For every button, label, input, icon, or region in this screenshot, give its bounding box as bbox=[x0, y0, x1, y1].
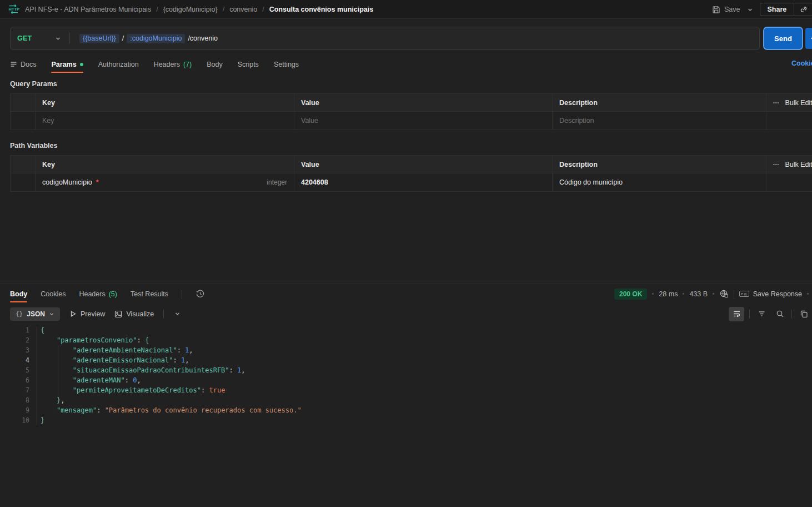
row-actions-cell bbox=[766, 112, 812, 130]
http-request-icon: HTTP bbox=[8, 3, 19, 15]
key-cell[interactable]: codigoMunicipio * integer bbox=[35, 173, 294, 191]
response-body-toolbar: {} JSON Preview Visualize bbox=[10, 306, 181, 321]
row-actions-cell bbox=[766, 173, 812, 191]
network-globe-icon[interactable] bbox=[719, 289, 729, 299]
response-size: 433 B bbox=[689, 290, 708, 298]
line-number[interactable]: 10 bbox=[0, 415, 29, 425]
line-number[interactable]: 3 bbox=[0, 345, 29, 355]
line-number[interactable]: 7 bbox=[0, 385, 29, 395]
breadcrumb-separator: / bbox=[223, 6, 224, 13]
value-input[interactable]: Value bbox=[294, 112, 552, 130]
line-number[interactable]: 2 bbox=[0, 335, 29, 345]
tab-params[interactable]: Params bbox=[51, 56, 83, 73]
preview-label: Preview bbox=[81, 310, 105, 318]
breadcrumb-separator: / bbox=[262, 6, 264, 13]
example-icon: e.g. bbox=[739, 291, 749, 297]
tab-label: Body bbox=[207, 61, 223, 68]
path-variable-key: codigoMunicipio bbox=[42, 178, 92, 186]
gutter-divider bbox=[37, 326, 37, 425]
visualize-button[interactable]: Visualize bbox=[114, 310, 154, 318]
code-line: 1{ bbox=[0, 325, 812, 335]
wrap-text-icon[interactable] bbox=[729, 307, 744, 321]
code-line-text[interactable]: "aderenteEmissorNacional": 1, bbox=[29, 355, 189, 365]
tab-body[interactable]: Body bbox=[207, 56, 223, 73]
code-line-text[interactable]: "mensagem": "Parâmetros do convênio recu… bbox=[29, 405, 302, 415]
send-dropdown-chevron[interactable] bbox=[805, 28, 812, 49]
svg-text:HTTP: HTTP bbox=[9, 7, 20, 12]
response-tabs: Body Cookies Headers (5) Test Results bbox=[10, 286, 205, 302]
line-number[interactable]: 1 bbox=[0, 325, 29, 335]
tab-authorization[interactable]: Authorization bbox=[98, 56, 139, 73]
code-line-text[interactable]: "aderenteMAN": 0, bbox=[29, 375, 141, 385]
breadcrumb-item[interactable]: convenio bbox=[229, 6, 257, 13]
code-line-text[interactable]: "parametrosConvenio": { bbox=[29, 335, 149, 345]
key-input[interactable]: Key bbox=[35, 112, 294, 130]
code-line-text[interactable]: "permiteAproveitametoDeCreditos": true bbox=[29, 385, 225, 395]
url-input[interactable]: {{baseUrl}} / :codigoMunicipio /convenio bbox=[70, 34, 218, 43]
variable-type: integer bbox=[267, 178, 287, 186]
send-button[interactable]: Send bbox=[763, 27, 803, 50]
code-line-text[interactable]: "aderenteAmbienteNacional": 1, bbox=[29, 345, 193, 355]
link-icon[interactable] bbox=[794, 6, 812, 13]
dot-separator bbox=[683, 293, 684, 295]
image-icon bbox=[114, 310, 122, 318]
response-tab-headers[interactable]: Headers (5) bbox=[79, 285, 117, 302]
tab-label: Test Results bbox=[131, 290, 168, 298]
select-column-header bbox=[11, 156, 35, 173]
search-icon[interactable] bbox=[773, 307, 786, 321]
code-line-text[interactable]: }, bbox=[29, 395, 64, 405]
tab-headers[interactable]: Headers (7) bbox=[154, 56, 192, 73]
save-dropdown-chevron[interactable] bbox=[747, 7, 753, 13]
method-selector[interactable]: GET bbox=[11, 27, 69, 49]
response-body-viewer[interactable]: 1{2 "parametrosConvenio": {3 "aderenteAm… bbox=[0, 325, 812, 507]
more-formats-chevron[interactable] bbox=[173, 307, 181, 321]
tab-settings[interactable]: Settings bbox=[274, 56, 299, 73]
code-line-text[interactable]: "situacaoEmissaoPadraoContribuintesRFB":… bbox=[29, 365, 245, 375]
description-cell[interactable]: Código do município bbox=[552, 173, 766, 191]
tab-label: Body bbox=[10, 290, 27, 298]
tab-docs[interactable]: Docs bbox=[10, 56, 36, 73]
line-number[interactable]: 4 bbox=[0, 355, 29, 365]
line-number[interactable]: 5 bbox=[0, 365, 29, 375]
select-column-header bbox=[11, 94, 35, 111]
description-column-header: Description bbox=[552, 156, 766, 173]
code-line: 4 "aderenteEmissorNacional": 1, bbox=[0, 355, 812, 365]
preview-button[interactable]: Preview bbox=[69, 310, 105, 318]
path-variables-table: Key Value Description ••• Bulk Edit codi… bbox=[10, 155, 812, 192]
response-tab-cookies[interactable]: Cookies bbox=[41, 285, 66, 302]
response-tab-test-results[interactable]: Test Results bbox=[131, 285, 168, 302]
tab-scripts[interactable]: Scripts bbox=[238, 56, 259, 73]
url-variable-baseurl: {{baseUrl}} bbox=[79, 34, 119, 43]
unsaved-changes-dot bbox=[80, 63, 83, 66]
response-history-icon[interactable] bbox=[196, 289, 205, 299]
bulk-edit-button[interactable]: ••• Bulk Edit bbox=[766, 94, 812, 111]
format-selector[interactable]: {} JSON bbox=[10, 307, 60, 321]
key-column-header: Key bbox=[35, 94, 294, 111]
code-line: 7 "permiteAproveitametoDeCreditos": true bbox=[0, 385, 812, 395]
line-number[interactable]: 9 bbox=[0, 405, 29, 415]
tab-label: Authorization bbox=[98, 61, 139, 68]
divider bbox=[749, 310, 750, 319]
save-button[interactable]: Save bbox=[712, 6, 740, 14]
description-input[interactable]: Description bbox=[552, 112, 766, 130]
cookies-link[interactable]: Cookies bbox=[791, 59, 812, 67]
save-response-button[interactable]: e.g. Save Response bbox=[739, 290, 802, 298]
tab-label: Headers bbox=[154, 61, 180, 68]
breadcrumb-item[interactable]: {codigoMunicipio} bbox=[163, 6, 218, 13]
line-number[interactable]: 6 bbox=[0, 375, 29, 385]
share-button[interactable]: Share bbox=[760, 3, 812, 16]
code-line: 3 "aderenteAmbienteNacional": 1, bbox=[0, 345, 812, 355]
code-line: 5 "situacaoEmissaoPadraoContribuintesRFB… bbox=[0, 365, 812, 375]
url-slash: / bbox=[122, 34, 124, 42]
copy-icon[interactable] bbox=[797, 307, 810, 321]
bulk-edit-button[interactable]: ••• Bulk Edit bbox=[766, 156, 812, 173]
value-column-header: Value bbox=[294, 156, 552, 173]
filter-icon[interactable] bbox=[755, 307, 768, 321]
table-header-row: Key Value Description ••• Bulk Edit bbox=[11, 94, 812, 112]
line-number[interactable]: 8 bbox=[0, 395, 29, 405]
breadcrumb-item[interactable]: API NFS-e - ADN Parâmetros Municipais bbox=[25, 6, 151, 13]
tab-label: Settings bbox=[274, 61, 299, 68]
response-tab-body[interactable]: Body bbox=[10, 285, 27, 302]
response-body-tools bbox=[729, 306, 812, 321]
value-cell[interactable]: 4204608 bbox=[294, 173, 552, 191]
